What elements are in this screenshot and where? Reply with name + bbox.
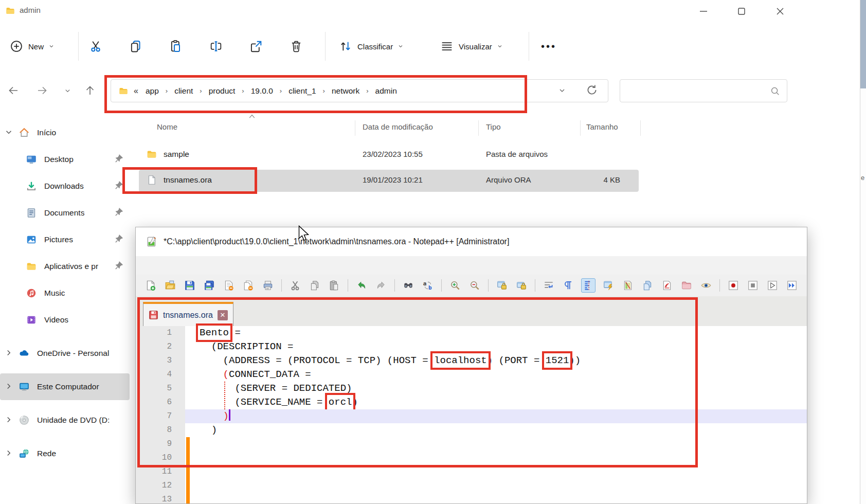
line-text[interactable]: [191, 479, 807, 493]
column-separator[interactable]: [355, 120, 355, 136]
delete-icon[interactable]: [289, 39, 303, 53]
breadcrumb-item[interactable]: network ›: [329, 85, 372, 97]
column-separator[interactable]: [580, 120, 581, 136]
sidebar-item[interactable]: Music: [0, 280, 130, 307]
background-scrollbar-thumb[interactable]: [860, 0, 866, 88]
line-text[interactable]: [191, 451, 807, 465]
file-row[interactable]: tnsnames.ora 19/01/2023 10:21 Arquivo OR…: [139, 170, 639, 192]
sidebar-item[interactable]: Downloads: [0, 173, 130, 200]
line-text[interactable]: (ADDRESS = (PROTOCOL = TCP) (HOST = loca…: [191, 354, 807, 368]
sidebar-item[interactable]: Rede: [0, 440, 130, 467]
editor-line[interactable]: 9: [136, 437, 807, 451]
copy-icon[interactable]: [308, 279, 321, 292]
breadcrumb-item[interactable]: admin: [372, 85, 400, 97]
tab-tnsnames[interactable]: tnsnames.ora ✕: [143, 302, 233, 326]
document-map-icon[interactable]: [621, 279, 635, 292]
open-file-icon[interactable]: [164, 279, 177, 292]
line-text[interactable]: (SERVICE_NAME = orcl): [191, 395, 807, 409]
view-file-eye-icon[interactable]: [699, 279, 713, 292]
save-macro-icon[interactable]: [805, 279, 807, 292]
minimize-button[interactable]: [687, 0, 720, 23]
column-header-size[interactable]: Tamanho: [586, 122, 618, 131]
up-icon[interactable]: [84, 84, 96, 97]
sidebar-item[interactable]: Início: [0, 119, 130, 146]
breadcrumb-item[interactable]: app ›: [142, 85, 171, 97]
editor-line[interactable]: 12: [136, 479, 807, 493]
column-separator[interactable]: [640, 120, 641, 136]
line-text[interactable]: ): [191, 409, 807, 423]
define-language-icon[interactable]: [660, 279, 674, 292]
sidebar-item[interactable]: Documents: [0, 200, 130, 226]
playback-macro-icon[interactable]: [766, 279, 779, 292]
breadcrumb-item[interactable]: 19.0.0 ›: [248, 85, 285, 97]
column-header-name[interactable]: Nome: [157, 122, 177, 131]
record-macro-icon[interactable]: [727, 279, 740, 292]
back-icon[interactable]: [7, 84, 20, 97]
editor-line[interactable]: 7 ): [136, 409, 807, 423]
recent-locations-chevron-icon[interactable]: [64, 87, 71, 95]
cut-icon[interactable]: [288, 279, 302, 292]
editor-line[interactable]: 3 (ADDRESS = (PROTOCOL = TCP) (HOST = lo…: [136, 354, 807, 368]
share-icon[interactable]: [249, 39, 263, 53]
column-header-modified[interactable]: Data de modificação: [363, 122, 433, 131]
show-all-characters-icon[interactable]: [562, 279, 575, 292]
sync-vertical-scroll-icon[interactable]: [495, 279, 509, 292]
more-options-button[interactable]: •••: [541, 23, 556, 70]
sort-button[interactable]: Classificar: [338, 23, 404, 70]
editor-line[interactable]: 4 (CONNECT_DATA =: [136, 368, 807, 382]
close-button[interactable]: [764, 0, 797, 23]
new-file-icon[interactable]: [144, 279, 157, 292]
new-button[interactable]: New: [9, 23, 55, 70]
address-bar[interactable]: « app › client › product › 19.0.0 ›: [111, 79, 608, 102]
sync-horizontal-scroll-icon[interactable]: [515, 279, 528, 292]
run-macro-multiple-icon[interactable]: [785, 279, 799, 292]
sidebar-item[interactable]: Desktop: [0, 146, 130, 173]
stop-macro-icon[interactable]: [746, 279, 760, 292]
line-text[interactable]: [191, 493, 807, 504]
cut-icon[interactable]: [88, 39, 103, 53]
editor-line[interactable]: 2 (DESCRIPTION =: [136, 340, 807, 354]
editor-line[interactable]: 11: [136, 465, 807, 479]
address-dropdown-chevron-icon[interactable]: [558, 86, 566, 95]
sidebar-item[interactable]: Videos: [0, 307, 130, 333]
show-indent-guide-icon[interactable]: [581, 278, 596, 293]
function-list-icon[interactable]: [602, 279, 615, 292]
sidebar-item[interactable]: Unidade de DVD (D:: [0, 407, 130, 434]
paste-icon[interactable]: [328, 279, 341, 292]
editor-line[interactable]: 1 Bento =: [136, 326, 807, 340]
breadcrumb-item[interactable]: client_1 ›: [285, 85, 329, 97]
breadcrumb-item[interactable]: client ›: [171, 85, 206, 97]
line-text[interactable]: Bento =: [191, 326, 807, 340]
editor-line[interactable]: 6 (SERVICE_NAME = orcl): [136, 395, 807, 409]
close-file-icon[interactable]: [222, 279, 236, 292]
forward-icon[interactable]: [36, 84, 48, 97]
line-text[interactable]: (CONNECT_DATA =: [191, 368, 807, 382]
document-switcher-icon[interactable]: [641, 279, 654, 292]
npp-titlebar[interactable]: *C:\app\client\product\19.0.0\client_1\n…: [136, 227, 807, 256]
save-icon[interactable]: [183, 279, 196, 292]
maximize-button[interactable]: [725, 0, 758, 23]
editor-line[interactable]: 10: [136, 451, 807, 465]
search-box[interactable]: [620, 79, 787, 102]
chevron-right-icon[interactable]: [4, 448, 14, 459]
sidebar-item[interactable]: Pictures: [0, 226, 130, 253]
breadcrumb-item[interactable]: product ›: [206, 85, 248, 97]
rename-icon[interactable]: [209, 39, 223, 53]
code-editor[interactable]: 1 Bento = 2 (DESCRIPTION = 3 (ADDRESS = …: [136, 326, 807, 504]
close-all-icon[interactable]: [242, 279, 255, 292]
file-row[interactable]: sample 23/02/2023 10:55 Pasta de arquivo…: [139, 144, 639, 166]
line-text[interactable]: (SERVER = DEDICATED): [191, 382, 807, 395]
chevron-right-icon[interactable]: [4, 415, 14, 425]
search-input[interactable]: [625, 83, 766, 99]
replace-icon[interactable]: ab: [421, 279, 435, 292]
line-text[interactable]: ): [191, 423, 807, 437]
sidebar-item[interactable]: Este Computador: [0, 373, 130, 400]
editor-line[interactable]: 13: [136, 493, 807, 504]
editor-line[interactable]: 8 ): [136, 423, 807, 437]
chevron-down-icon[interactable]: [4, 128, 14, 138]
refresh-icon[interactable]: [585, 83, 599, 97]
copy-icon[interactable]: [129, 39, 143, 53]
tab-close-icon[interactable]: ✕: [218, 310, 228, 320]
column-header-type[interactable]: Tipo: [486, 122, 501, 131]
line-text[interactable]: (DESCRIPTION =: [191, 340, 807, 354]
